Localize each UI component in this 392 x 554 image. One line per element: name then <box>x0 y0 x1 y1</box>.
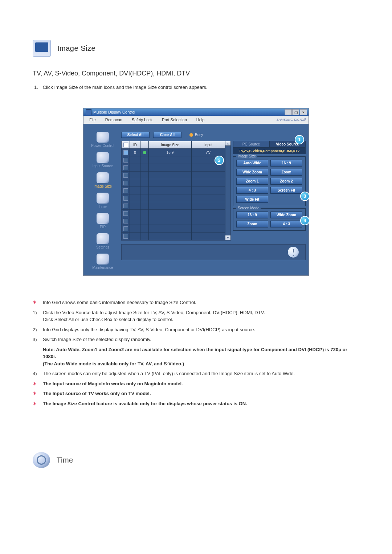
btn-16-9[interactable]: 16 : 9 <box>270 160 302 167</box>
btn-sm-4-3[interactable]: 4 : 3 <box>270 221 302 227</box>
note-text: Info Grid displays only the display havi… <box>43 326 255 333</box>
menu-help[interactable]: Help <box>193 117 208 123</box>
btn-zoom-2[interactable]: Zoom 2 <box>270 178 302 185</box>
scrollbar[interactable] <box>225 146 230 235</box>
col-image-size-header: Image Size <box>149 141 191 149</box>
info-grid: ID 0 <box>121 141 231 241</box>
callout-4: 4 <box>300 216 310 225</box>
btn-wide-fit[interactable]: Wide Fit <box>236 196 268 203</box>
col-id-header: ID <box>130 141 140 149</box>
brand-label: SAMSUNG DIGITall <box>277 118 306 122</box>
minimize-button[interactable]: _ <box>285 109 292 115</box>
maximize-button[interactable]: ▢ <box>292 109 299 115</box>
menu-safety-lock[interactable]: Safety Lock <box>128 117 156 123</box>
app-window: Multiple Display Control _ ▢ × File Remo… <box>83 108 309 276</box>
star-icon: ✶ <box>33 299 39 306</box>
star-icon: ✶ <box>33 390 39 397</box>
sidebar-label: PIP <box>100 225 106 229</box>
step-text: Click Image Size of the main icons and t… <box>43 85 208 90</box>
note-num: 1) <box>33 309 39 323</box>
sidebar-label: Maintenance <box>92 266 113 270</box>
row-check[interactable] <box>122 149 130 156</box>
sidebar-label: Settings <box>96 245 109 249</box>
scroll-down-button[interactable]: ▼ <box>225 235 230 240</box>
image-size-icon <box>33 40 51 57</box>
star-icon: ✶ <box>33 380 39 387</box>
col-input-header: Input <box>192 141 225 149</box>
callout-2: 2 <box>215 156 224 165</box>
row-image-size: 16:9 <box>149 149 191 156</box>
sidebar: Power Control Input Source Image Size <box>86 130 119 272</box>
btn-zoom[interactable]: Zoom <box>270 169 302 176</box>
sidebar-item-pip[interactable]: PIP <box>86 212 119 232</box>
row-id: 0 <box>130 149 140 156</box>
btn-auto-wide[interactable]: Auto Wide <box>236 160 268 167</box>
note-num: 3) <box>33 336 39 343</box>
section-title: Image Size <box>57 44 95 53</box>
row-input: AV <box>192 149 225 156</box>
power-icon <box>97 132 109 143</box>
btn-screen-fit[interactable]: Screen Fit <box>270 187 302 194</box>
scroll-up-button[interactable]: ▲ <box>225 141 230 146</box>
col-status-header <box>140 141 148 149</box>
app-icon <box>86 109 91 115</box>
sidebar-label: Input Source <box>93 164 113 168</box>
btn-sm-16-9[interactable]: 16 : 9 <box>236 212 268 218</box>
btn-wide-zoom[interactable]: Wide Zoom <box>236 169 268 176</box>
btn-sm-wide-zoom[interactable]: Wide Zoom <box>270 212 302 218</box>
sidebar-item-time[interactable]: Time <box>86 191 119 212</box>
titlebar: Multiple Display Control _ ▢ × <box>83 108 309 116</box>
group-legend-image-size: Image Size <box>236 154 257 158</box>
status-bar <box>121 244 306 260</box>
sidebar-label: Time <box>99 205 107 209</box>
note-num: 4) <box>33 370 39 377</box>
input-icon <box>97 152 109 163</box>
note-num: 2) <box>33 326 39 333</box>
callout-1: 1 <box>295 135 304 144</box>
menu-port-selection[interactable]: Port Selection <box>158 117 190 123</box>
clear-all-button[interactable]: Clear All <box>153 132 181 138</box>
note-text: Click the Video Source tab to adjust Ima… <box>43 309 265 323</box>
group-legend-screen-mode: Screen Mode <box>236 206 261 210</box>
row-status <box>140 149 148 156</box>
menubar: File Remocon Safety Lock Port Selection … <box>83 116 309 124</box>
sidebar-item-power[interactable]: Power Control <box>86 130 119 151</box>
tab-pc-source[interactable]: PC Source <box>233 141 269 148</box>
step-number: 1. <box>34 85 41 90</box>
col-check-header[interactable] <box>122 141 130 149</box>
note-text-bold: The Image Size Control feature is availa… <box>43 400 247 407</box>
video-source-list: TV,AV,S-Video,Component,HDMI,DTV <box>233 148 306 154</box>
time-section-icon <box>33 452 50 468</box>
right-panel: 1 PC Source Video Source TV,AV,S-Video,C… <box>233 141 306 241</box>
pip-icon <box>97 213 109 224</box>
info-icon <box>288 247 299 258</box>
sidebar-item-input[interactable]: Input Source <box>86 151 119 171</box>
sidebar-label: Image Size <box>94 184 112 188</box>
section-subtitle: TV, AV, S-Video, Component, DVI(HDCP), H… <box>33 70 359 77</box>
select-all-button[interactable]: Select All <box>121 132 150 138</box>
group-image-size: Image Size Auto Wide 16 : 9 Wide Zoom Zo… <box>233 156 306 206</box>
btn-4-3[interactable]: 4 : 3 <box>236 187 268 194</box>
sidebar-item-settings[interactable]: Settings <box>86 232 119 252</box>
note-text-bold: Note: Auto Wide, Zoom1 and Zoom2 are not… <box>43 346 359 368</box>
btn-zoom-1[interactable]: Zoom 1 <box>236 178 268 185</box>
menu-remocon[interactable]: Remocon <box>102 117 126 123</box>
sidebar-item-maintenance[interactable]: Maintenance <box>86 252 119 272</box>
btn-sm-zoom[interactable]: Zoom <box>236 221 268 227</box>
close-button[interactable]: × <box>300 109 307 115</box>
note-text: Info Grid shows some basic information n… <box>43 299 196 306</box>
notes-section: ✶Info Grid shows some basic information … <box>33 297 359 409</box>
note-text-bold: The Input source of TV works only on TV … <box>43 390 151 397</box>
menu-file[interactable]: File <box>86 117 99 123</box>
busy-label: Busy <box>195 133 203 137</box>
sidebar-item-image-size[interactable]: Image Size <box>86 171 119 191</box>
time-icon <box>97 193 109 204</box>
image-size-sidebar-icon <box>97 172 109 183</box>
settings-icon <box>97 233 109 244</box>
note-text: Switch Image Size of the selected displa… <box>43 336 151 343</box>
sidebar-label: Power Control <box>91 144 114 148</box>
callout-3: 3 <box>300 192 310 201</box>
star-icon: ✶ <box>33 400 39 407</box>
busy-indicator-icon <box>189 133 193 137</box>
note-text: The screen modes can only be adjusted wh… <box>43 370 295 377</box>
